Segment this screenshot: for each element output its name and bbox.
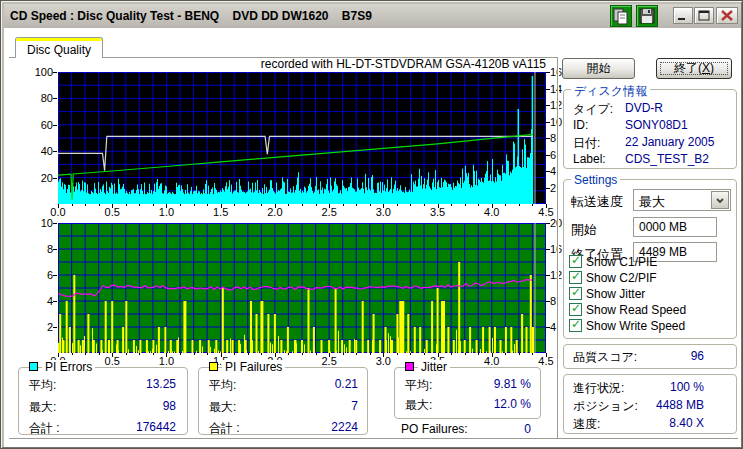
axis-tick [546,275,550,276]
axis-tick [180,204,181,206]
axis-tick [72,204,73,206]
pi-errors-max-value: 98 [91,399,176,413]
axis-tick [370,353,371,355]
axis-tick [53,72,57,73]
speed-label: 速度: [573,416,600,433]
maximize-icon [695,8,713,23]
top-chart-right-tick-label: 6 [550,149,574,161]
jitter-avg-value: 9.81 % [456,377,531,391]
quality-score-label: 品質スコア: [573,349,637,366]
pi-failures-legend-icon [209,362,218,371]
disc-info-title: ディスク情報 [571,83,650,100]
axis-tick [58,204,59,208]
axis-tick [438,204,439,208]
transfer-speed-label: 転送速度 [571,193,623,211]
pi-failures-total-label: 合計 : [209,420,240,437]
axis-tick [343,353,344,355]
axis-tick [261,204,262,206]
axis-tick [153,204,154,206]
axis-tick [248,204,249,206]
axis-tick [207,204,208,206]
top-chart-left-tick-label: 80 [23,92,53,104]
quality-score-value: 96 [641,349,704,363]
start-position-field[interactable]: 0000 MB [633,217,717,237]
bottom-chart-right-tick-label: 12 [550,269,574,281]
transfer-speed-value: 最大 [639,193,665,211]
disc-type-value: DVD-R [625,101,663,115]
axis-tick [194,204,195,206]
axis-tick [410,353,411,355]
axis-tick [505,204,506,206]
bottom-chart-right-tick-label: 20 [550,217,574,229]
bottom-chart-right-tick-label: 4 [550,321,574,333]
axis-tick [139,353,140,355]
pi-errors-avg-value: 13.25 [91,377,176,391]
close-button[interactable] [716,7,738,24]
top-chart-right-tick-label: 16 [550,66,574,78]
chart-recorded-with-text: recorded with HL-DT-STDVDRAM GSA-4120B v… [246,57,546,71]
axis-tick [546,223,550,224]
bottom-chart-left-tick-label: 8 [23,243,53,255]
disc-date-label: 日付: [573,135,600,152]
maximize-button[interactable] [694,7,714,24]
axis-tick [546,353,547,357]
speed-value: 8.40 X [631,416,704,430]
tab-disc-quality[interactable]: Disc Quality [15,37,103,58]
pi-errors-speed-chart [58,72,546,204]
disc-id-value: SONY08D1 [625,118,688,132]
axis-tick [546,171,550,172]
pi-failures-total-value: 2224 [271,420,358,434]
minimize-button[interactable] [673,7,693,24]
position-value: 4488 MB [631,398,704,412]
window-title: CD Speed : Disc Quality Test - BENQ DVD … [10,9,372,23]
combo-dropdown-button[interactable] [711,191,729,209]
axis-tick [234,204,235,206]
copy-to-clipboard-icon[interactable] [610,5,632,27]
checkbox-show-write-speed-label: Show Write Speed [586,319,685,333]
axis-tick [53,327,57,328]
axis-tick [234,353,235,355]
axis-tick [546,138,550,139]
axis-tick [438,353,439,357]
pi-errors-avg-label: 平均: [29,377,56,394]
checkbox-show-c1-pie[interactable]: ✓ [569,255,582,268]
axis-tick [53,301,57,302]
axis-tick [207,353,208,355]
axis-tick [546,188,550,189]
pi-failures-avg-value: 0.21 [271,377,358,391]
chevron-down-icon [716,197,724,205]
axis-tick [343,204,344,206]
axis-tick [288,353,289,355]
exit-button[interactable]: 終了(X) [656,58,732,79]
axis-tick [302,353,303,355]
axis-tick [424,204,425,206]
floppy-disk-icon [637,6,657,26]
axis-tick [465,353,466,355]
top-chart-right-tick-label: 14 [550,83,574,95]
axis-tick [546,89,550,90]
checkbox-show-jitter-label: Show Jitter [586,287,645,301]
axis-tick [519,204,520,206]
app-window: CD Speed : Disc Quality Test - BENQ DVD … [0,0,743,449]
axis-tick [451,353,452,355]
axis-tick [153,353,154,355]
axis-tick [546,155,550,156]
pi-failures-max-value: 7 [271,399,358,413]
minimize-icon [674,8,692,23]
transfer-speed-select[interactable]: 最大 [633,189,731,211]
disc-type-label: タイプ: [573,101,613,118]
top-chart-right-tick-label: 8 [550,132,574,144]
po-failures-value: 0 [481,422,531,436]
axis-tick [546,72,550,73]
pi-failures-max-label: 最大: [209,399,236,416]
exit-button-focus-ring [660,62,728,75]
po-failures-label: PO Failures: [401,422,468,436]
axis-tick [532,204,533,206]
jitter-max-value: 12.0 % [456,397,531,411]
pi-failures-avg-label: 平均: [209,377,236,394]
axis-tick [53,223,57,224]
save-button[interactable] [636,5,658,27]
axis-tick [288,204,289,206]
axis-tick [58,353,59,357]
pi-errors-legend-icon [29,362,38,371]
